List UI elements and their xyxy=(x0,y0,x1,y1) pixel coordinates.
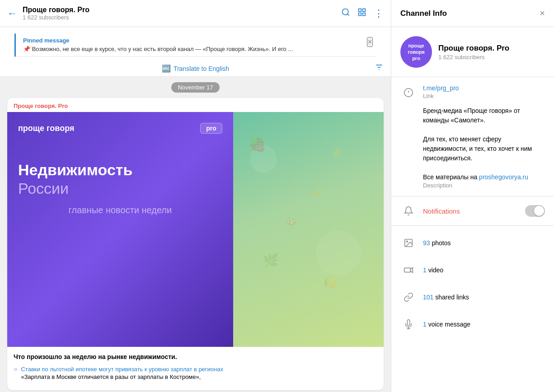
translate-bar: 🔤 Translate to English xyxy=(0,61,391,77)
translate-label: Translate to English xyxy=(174,65,229,72)
image-left-panel: проще говоря pro Недвижимость России гла… xyxy=(7,112,233,347)
bullet-dot-1: ○ xyxy=(14,365,17,373)
channel-name: Проще говоря. Pro xyxy=(438,44,509,53)
back-button[interactable]: ← xyxy=(7,8,17,19)
photos-icon xyxy=(400,235,417,251)
video-row[interactable]: 1 video xyxy=(391,257,554,284)
doodle-5: 🍋 xyxy=(324,276,337,289)
message-bullet-1: ○ Ставки по льготной ипотеке могут привя… xyxy=(14,365,377,381)
doodle-4: ⭐ xyxy=(331,147,343,159)
doodle-2: 🌙 xyxy=(308,182,323,196)
links-text: 101 shared links xyxy=(423,294,469,301)
chat-title-group: Проще говоря. Pro 1 622 subscribers xyxy=(23,6,341,21)
info-panel: Channel Info × проще говоря pro Проще го… xyxy=(391,0,554,392)
voice-text: 1 voice message xyxy=(423,321,470,328)
svg-rect-4 xyxy=(359,13,362,16)
video-icon xyxy=(400,262,417,278)
svg-point-0 xyxy=(343,9,348,15)
image-right-panel: 🍓 🌙 🌿 ⭐ 🍋 🍄 xyxy=(233,112,384,347)
svg-point-13 xyxy=(406,241,408,242)
message-body: Что произошло за неделю на рынке недвижи… xyxy=(7,347,384,390)
bullet-text-1: «Зарплата в Москве отличается в разы от … xyxy=(21,373,223,381)
links-row[interactable]: 101 shared links xyxy=(391,284,554,311)
svg-rect-5 xyxy=(363,13,366,16)
date-badge: November 17 xyxy=(0,77,391,98)
chat-panel: ← Проще говоря. Pro 1 622 subscribers ⋮ xyxy=(0,0,391,392)
info-section-link: t.me/prg_pro Link Бренд-медиа «Проще гов… xyxy=(391,77,554,196)
avatar-text: проще говоря pro xyxy=(408,42,425,62)
desc-link[interactable]: proshegovorya.ru xyxy=(479,173,528,181)
message-summary: Что произошло за неделю на рынке недвижи… xyxy=(14,353,377,360)
more-icon[interactable]: ⋮ xyxy=(374,8,384,19)
pinned-close-button[interactable]: × xyxy=(367,37,373,47)
message-image: проще говоря pro Недвижимость России гла… xyxy=(7,112,384,347)
desc-label: Description xyxy=(423,182,545,189)
chat-subscriber-count: 1 622 subscribers xyxy=(23,14,341,21)
channel-description: Бренд-медиа «Проще говоря» от команды «С… xyxy=(423,106,545,182)
svg-rect-14 xyxy=(404,268,411,272)
pinned-message-container: Pinned message 📌 Возможно, не все еще в … xyxy=(0,27,391,61)
doodle-6: 🍄 xyxy=(286,218,297,229)
notifications-label: Notifications xyxy=(423,207,460,215)
voice-row[interactable]: 1 voice message xyxy=(391,311,554,338)
header-actions: ⋮ xyxy=(341,8,384,19)
info-row-link: t.me/prg_pro Link xyxy=(400,84,545,101)
svg-rect-2 xyxy=(359,9,362,12)
sub-heading: главные новости недели xyxy=(18,205,222,215)
message-sender: Проще говоря. Pro xyxy=(7,98,384,112)
search-icon[interactable] xyxy=(341,8,350,19)
translate-icon: 🔤 xyxy=(162,64,171,73)
pin-icon: 📌 xyxy=(23,46,30,52)
doodle-3: 🌿 xyxy=(263,253,279,268)
message-card: Проще говоря. Pro проще говоря pro Недви… xyxy=(7,98,384,390)
info-row-desc: Бренд-медиа «Проще говоря» от команды «С… xyxy=(400,106,545,189)
info-header: Channel Info × xyxy=(391,0,554,27)
chat-content: November 17 Проще говоря. Pro проще гово… xyxy=(0,77,391,392)
link-label: Link xyxy=(423,93,434,99)
brand-name: проще говоря xyxy=(18,124,74,133)
pinned-message[interactable]: Pinned message 📌 Возможно, не все еще в … xyxy=(14,33,376,57)
layout-icon[interactable] xyxy=(357,8,366,19)
translate-button[interactable]: 🔤 Translate to English xyxy=(162,64,229,73)
channel-profile: проще говоря pro Проще говоря. Pro 1 622… xyxy=(391,27,554,77)
links-icon xyxy=(400,289,417,305)
main-heading: Недвижимость России xyxy=(18,161,132,198)
desc-spacer xyxy=(400,106,417,122)
pinned-label: Pinned message xyxy=(23,37,369,44)
pro-badge: pro xyxy=(200,123,222,134)
svg-line-1 xyxy=(347,14,349,16)
notifications-row: Notifications xyxy=(391,196,554,226)
video-text: 1 video xyxy=(423,266,443,274)
voice-icon xyxy=(400,316,417,332)
channel-subs: 1 622 subscribers xyxy=(438,54,509,61)
photos-row[interactable]: 93 photos xyxy=(391,229,554,257)
info-panel-title: Channel Info xyxy=(400,9,447,18)
chat-title: Проще говоря. Pro xyxy=(23,6,341,14)
info-circle-icon xyxy=(400,84,417,101)
bullet-link-1[interactable]: Ставки по льготной ипотеке могут привяза… xyxy=(21,366,223,373)
doodle-1: 🍓 xyxy=(248,135,266,153)
pinned-text: 📌 Возможно, не все еще в курсе, что у на… xyxy=(23,46,293,52)
chat-header: ← Проще говоря. Pro 1 622 subscribers ⋮ xyxy=(0,0,391,27)
filter-icon[interactable] xyxy=(375,63,384,74)
svg-rect-3 xyxy=(363,9,366,12)
notifications-toggle[interactable] xyxy=(525,205,545,217)
media-section: 93 photos 1 video xyxy=(391,226,554,341)
channel-avatar: проще говоря pro xyxy=(400,36,432,68)
photos-text: 93 photos xyxy=(423,239,451,247)
message-image-bg: проще говоря pro Недвижимость России гла… xyxy=(7,112,384,347)
channel-link[interactable]: t.me/prg_pro xyxy=(423,84,545,92)
bell-icon xyxy=(400,203,417,219)
info-close-button[interactable]: × xyxy=(540,8,545,19)
